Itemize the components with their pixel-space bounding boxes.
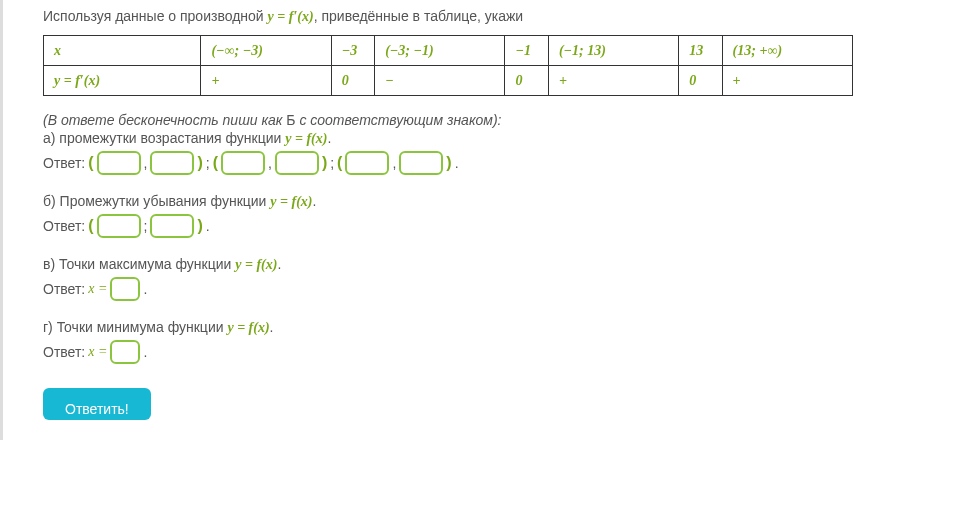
qb-period: . [313,193,317,209]
question-d: г) Точки минимума функции y = f(x). [43,319,914,336]
hint-suffix: с соответствующим знаком): [296,112,502,128]
qa-prefix: а) промежутки возрастания функции [43,130,285,146]
cell: (−∞; −3) [211,43,262,58]
cell-y: y = f′(x) [54,73,100,88]
sep: , [144,155,148,171]
paren-close: ) [322,154,327,172]
cell: + [559,73,567,88]
qb-math: y = f(x) [270,194,312,209]
prompt-prefix: Используя данные о производной [43,8,268,24]
cell: − [385,73,393,88]
question-c: в) Точки максимума функции y = f(x). [43,256,914,273]
qd-math: y = f(x) [227,320,269,335]
sep: , [268,155,272,171]
answer-c: Ответ: x = . [43,277,914,301]
paren-open: ( [337,154,342,172]
answer-label: Ответ: [43,155,85,171]
qc-math: y = f(x) [235,257,277,272]
x-equals: x = [88,281,107,297]
paren-open: ( [88,154,93,172]
sep: , [392,155,396,171]
qb-prefix: б) Промежутки убывания функции [43,193,270,209]
sep: . [206,218,210,234]
qa-period: . [327,130,331,146]
cell-x: x [54,43,61,58]
input-c1[interactable] [110,277,140,301]
sep: . [143,344,147,360]
cell: (−3; −1) [385,43,433,58]
problem-statement: Используя данные о производной y = f′(x)… [43,8,914,25]
sep: ; [330,155,334,171]
paren-close: ) [446,154,451,172]
answer-label: Ответ: [43,344,85,360]
input-a2[interactable] [150,151,194,175]
cell: + [733,73,741,88]
question-a: а) промежутки возрастания функции y = f(… [43,130,914,147]
paren-open: ( [88,217,93,235]
answer-label: Ответ: [43,218,85,234]
cell: 0 [515,73,522,88]
sep: ; [206,155,210,171]
cell: −3 [342,43,357,58]
cell: (13; +∞) [733,43,782,58]
qc-period: . [277,256,281,272]
paren-close: ) [197,217,202,235]
hint-b: Б [286,112,295,128]
answer-b: Ответ: ( ; ) . [43,214,914,238]
question-b: б) Промежутки убывания функции y = f(x). [43,193,914,210]
table-row: y = f′(x) + 0 − 0 + 0 + [44,66,853,96]
cell: 0 [689,73,696,88]
prompt-math: y = f′(x) [268,9,314,24]
input-b1[interactable] [97,214,141,238]
answer-d: Ответ: x = . [43,340,914,364]
cell: (−1; 13) [559,43,606,58]
input-a6[interactable] [399,151,443,175]
derivative-table: x (−∞; −3) −3 (−3; −1) −1 (−1; 13) 13 (1… [43,35,853,96]
prompt-suffix: , приведённые в таблице, укажи [314,8,523,24]
hint-text: (В ответе бесконечность пиши как Б с соо… [43,112,914,128]
input-a4[interactable] [275,151,319,175]
sep: . [455,155,459,171]
input-d1[interactable] [110,340,140,364]
table-row: x (−∞; −3) −3 (−3; −1) −1 (−1; 13) 13 (1… [44,36,853,66]
input-a3[interactable] [221,151,265,175]
submit-button[interactable]: Ответить! [43,388,151,420]
answer-a: Ответ: ( , ) ; ( , ) ; ( , ) . [43,151,914,175]
sep: ; [144,218,148,234]
x-equals: x = [88,344,107,360]
cell: −1 [515,43,530,58]
qc-prefix: в) Точки максимума функции [43,256,235,272]
input-b2[interactable] [150,214,194,238]
answer-label: Ответ: [43,281,85,297]
cell: + [211,73,219,88]
paren-open: ( [213,154,218,172]
sep: . [143,281,147,297]
input-a5[interactable] [345,151,389,175]
hint-prefix: (В ответе бесконечность пиши как [43,112,286,128]
input-a1[interactable] [97,151,141,175]
qd-prefix: г) Точки минимума функции [43,319,227,335]
cell: 0 [342,73,349,88]
paren-close: ) [197,154,202,172]
qd-period: . [270,319,274,335]
cell: 13 [689,43,703,58]
qa-math: y = f(x) [285,131,327,146]
